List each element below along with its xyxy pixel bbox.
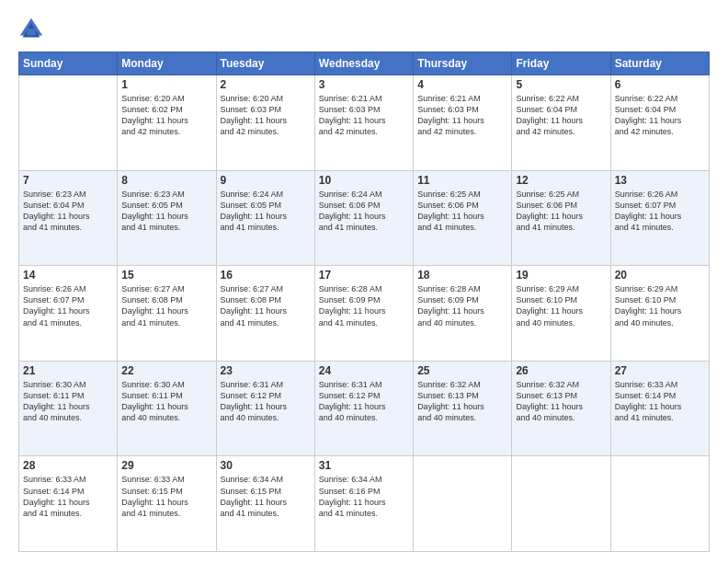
day-info: Sunrise: 6:26 AM Sunset: 6:07 PM Dayligh… — [615, 189, 705, 234]
day-info: Sunrise: 6:31 AM Sunset: 6:12 PM Dayligh… — [221, 379, 311, 424]
day-number: 28 — [23, 459, 113, 472]
calendar-cell — [414, 456, 512, 552]
day-info: Sunrise: 6:33 AM Sunset: 6:15 PM Dayligh… — [121, 474, 211, 519]
day-info: Sunrise: 6:27 AM Sunset: 6:08 PM Dayligh… — [121, 283, 211, 328]
calendar-day-header: Thursday — [414, 52, 512, 75]
day-number: 7 — [23, 174, 113, 187]
calendar-cell: 2Sunrise: 6:20 AM Sunset: 6:03 PM Daylig… — [216, 75, 314, 171]
day-number: 22 — [121, 364, 211, 377]
calendar-cell: 16Sunrise: 6:27 AM Sunset: 6:08 PM Dayli… — [216, 266, 314, 362]
day-info: Sunrise: 6:21 AM Sunset: 6:03 PM Dayligh… — [417, 93, 507, 138]
day-number: 15 — [121, 269, 211, 282]
header — [18, 17, 710, 42]
day-number: 1 — [121, 78, 211, 91]
day-number: 11 — [417, 174, 507, 187]
day-number: 4 — [417, 78, 507, 91]
calendar-week-row: 7Sunrise: 6:23 AM Sunset: 6:04 PM Daylig… — [19, 170, 710, 266]
day-number: 6 — [615, 78, 705, 91]
calendar-day-header: Sunday — [19, 52, 118, 75]
calendar-cell: 8Sunrise: 6:23 AM Sunset: 6:05 PM Daylig… — [118, 170, 216, 266]
day-info: Sunrise: 6:23 AM Sunset: 6:05 PM Dayligh… — [121, 189, 211, 234]
day-info: Sunrise: 6:26 AM Sunset: 6:07 PM Dayligh… — [23, 283, 113, 328]
day-number: 17 — [319, 269, 409, 282]
day-info: Sunrise: 6:29 AM Sunset: 6:10 PM Dayligh… — [516, 283, 606, 328]
day-info: Sunrise: 6:27 AM Sunset: 6:08 PM Dayligh… — [221, 283, 311, 328]
logo — [18, 17, 48, 42]
calendar-cell: 15Sunrise: 6:27 AM Sunset: 6:08 PM Dayli… — [118, 266, 216, 362]
day-info: Sunrise: 6:32 AM Sunset: 6:13 PM Dayligh… — [417, 379, 507, 424]
calendar-cell: 12Sunrise: 6:25 AM Sunset: 6:06 PM Dayli… — [512, 170, 610, 266]
day-info: Sunrise: 6:25 AM Sunset: 6:06 PM Dayligh… — [417, 189, 507, 234]
day-info: Sunrise: 6:28 AM Sunset: 6:09 PM Dayligh… — [417, 283, 507, 328]
day-info: Sunrise: 6:34 AM Sunset: 6:15 PM Dayligh… — [221, 474, 311, 519]
day-info: Sunrise: 6:22 AM Sunset: 6:04 PM Dayligh… — [615, 93, 705, 138]
day-number: 29 — [121, 459, 211, 472]
day-info: Sunrise: 6:34 AM Sunset: 6:16 PM Dayligh… — [319, 474, 409, 519]
day-info: Sunrise: 6:24 AM Sunset: 6:05 PM Dayligh… — [221, 189, 311, 234]
calendar-cell: 17Sunrise: 6:28 AM Sunset: 6:09 PM Dayli… — [314, 266, 413, 362]
calendar-cell: 31Sunrise: 6:34 AM Sunset: 6:16 PM Dayli… — [314, 456, 413, 552]
calendar-day-header: Monday — [118, 52, 216, 75]
day-info: Sunrise: 6:33 AM Sunset: 6:14 PM Dayligh… — [23, 474, 113, 519]
calendar-cell: 22Sunrise: 6:30 AM Sunset: 6:11 PM Dayli… — [118, 361, 216, 456]
day-number: 23 — [221, 364, 311, 377]
day-number: 14 — [23, 269, 113, 282]
calendar-day-header: Tuesday — [216, 52, 314, 75]
calendar-cell: 28Sunrise: 6:33 AM Sunset: 6:14 PM Dayli… — [19, 456, 118, 552]
calendar-day-header: Saturday — [610, 52, 709, 75]
calendar-cell: 5Sunrise: 6:22 AM Sunset: 6:04 PM Daylig… — [512, 75, 610, 171]
day-number: 19 — [516, 269, 606, 282]
calendar-cell: 18Sunrise: 6:28 AM Sunset: 6:09 PM Dayli… — [414, 266, 512, 362]
calendar-week-row: 1Sunrise: 6:20 AM Sunset: 6:02 PM Daylig… — [19, 75, 710, 171]
page: SundayMondayTuesdayWednesdayThursdayFrid… — [0, 0, 728, 563]
calendar-cell: 30Sunrise: 6:34 AM Sunset: 6:15 PM Dayli… — [216, 456, 314, 552]
calendar-cell — [512, 456, 610, 552]
day-info: Sunrise: 6:31 AM Sunset: 6:12 PM Dayligh… — [319, 379, 409, 424]
day-info: Sunrise: 6:33 AM Sunset: 6:14 PM Dayligh… — [615, 379, 705, 424]
calendar-week-row: 14Sunrise: 6:26 AM Sunset: 6:07 PM Dayli… — [19, 266, 710, 362]
day-number: 13 — [615, 174, 705, 187]
logo-icon — [18, 17, 44, 42]
day-number: 10 — [319, 174, 409, 187]
calendar-table: SundayMondayTuesdayWednesdayThursdayFrid… — [18, 52, 710, 552]
day-number: 2 — [221, 78, 311, 91]
calendar-cell: 4Sunrise: 6:21 AM Sunset: 6:03 PM Daylig… — [414, 75, 512, 171]
svg-rect-2 — [27, 29, 35, 35]
day-number: 9 — [221, 174, 311, 187]
day-info: Sunrise: 6:30 AM Sunset: 6:11 PM Dayligh… — [23, 379, 113, 424]
calendar-cell: 1Sunrise: 6:20 AM Sunset: 6:02 PM Daylig… — [118, 75, 216, 171]
day-info: Sunrise: 6:25 AM Sunset: 6:06 PM Dayligh… — [516, 189, 606, 234]
calendar-day-header: Friday — [512, 52, 610, 75]
calendar-cell: 11Sunrise: 6:25 AM Sunset: 6:06 PM Dayli… — [414, 170, 512, 266]
day-number: 24 — [319, 364, 409, 377]
calendar-cell: 27Sunrise: 6:33 AM Sunset: 6:14 PM Dayli… — [610, 361, 709, 456]
calendar-week-row: 21Sunrise: 6:30 AM Sunset: 6:11 PM Dayli… — [19, 361, 710, 456]
day-number: 25 — [417, 364, 507, 377]
calendar-cell: 14Sunrise: 6:26 AM Sunset: 6:07 PM Dayli… — [19, 266, 118, 362]
calendar-cell: 3Sunrise: 6:21 AM Sunset: 6:03 PM Daylig… — [314, 75, 413, 171]
calendar-cell: 29Sunrise: 6:33 AM Sunset: 6:15 PM Dayli… — [118, 456, 216, 552]
calendar-cell: 6Sunrise: 6:22 AM Sunset: 6:04 PM Daylig… — [610, 75, 709, 171]
calendar-cell — [610, 456, 709, 552]
day-info: Sunrise: 6:23 AM Sunset: 6:04 PM Dayligh… — [23, 189, 113, 234]
calendar-cell — [19, 75, 118, 171]
calendar-cell: 9Sunrise: 6:24 AM Sunset: 6:05 PM Daylig… — [216, 170, 314, 266]
day-number: 12 — [516, 174, 606, 187]
calendar-cell: 7Sunrise: 6:23 AM Sunset: 6:04 PM Daylig… — [19, 170, 118, 266]
day-info: Sunrise: 6:29 AM Sunset: 6:10 PM Dayligh… — [615, 283, 705, 328]
day-number: 30 — [221, 459, 311, 472]
day-info: Sunrise: 6:24 AM Sunset: 6:06 PM Dayligh… — [319, 189, 409, 234]
day-number: 31 — [319, 459, 409, 472]
calendar-cell: 19Sunrise: 6:29 AM Sunset: 6:10 PM Dayli… — [512, 266, 610, 362]
calendar-cell: 24Sunrise: 6:31 AM Sunset: 6:12 PM Dayli… — [314, 361, 413, 456]
calendar-cell: 20Sunrise: 6:29 AM Sunset: 6:10 PM Dayli… — [610, 266, 709, 362]
calendar-cell: 21Sunrise: 6:30 AM Sunset: 6:11 PM Dayli… — [19, 361, 118, 456]
day-number: 27 — [615, 364, 705, 377]
day-info: Sunrise: 6:20 AM Sunset: 6:02 PM Dayligh… — [121, 93, 211, 138]
day-info: Sunrise: 6:30 AM Sunset: 6:11 PM Dayligh… — [121, 379, 211, 424]
calendar-day-header: Wednesday — [314, 52, 413, 75]
day-number: 8 — [121, 174, 211, 187]
day-info: Sunrise: 6:20 AM Sunset: 6:03 PM Dayligh… — [221, 93, 311, 138]
calendar-cell: 25Sunrise: 6:32 AM Sunset: 6:13 PM Dayli… — [414, 361, 512, 456]
calendar-cell: 23Sunrise: 6:31 AM Sunset: 6:12 PM Dayli… — [216, 361, 314, 456]
